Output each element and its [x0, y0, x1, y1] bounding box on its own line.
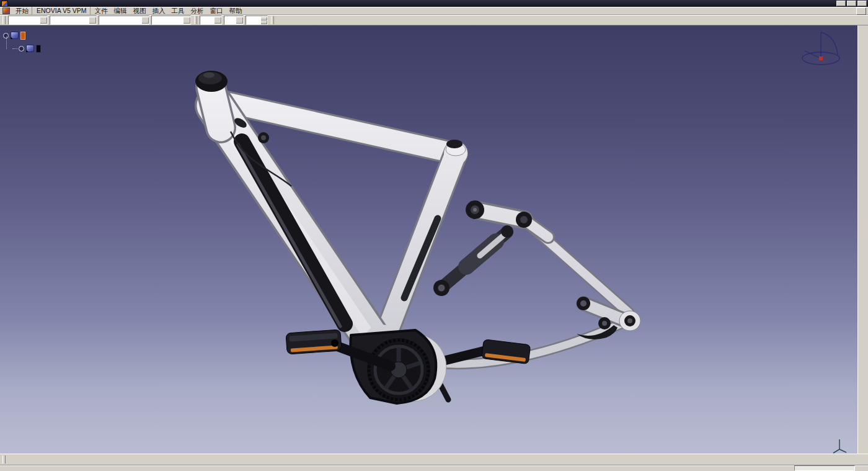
status-icon[interactable]: [858, 466, 866, 471]
workbench-icon: [2, 7, 10, 14]
specification-tree: [3, 29, 41, 55]
menu-items: 开始ENOVIA V5 VPM文件编辑视图插入工具分析窗口帮助: [12, 7, 246, 15]
chevron-down-icon[interactable]: [89, 17, 96, 24]
opacity-combo[interactable]: [50, 16, 97, 25]
power-input-field[interactable]: [794, 465, 855, 471]
chevron-down-icon[interactable]: [40, 17, 47, 24]
chevron-down-icon[interactable]: [236, 17, 243, 24]
toolbar-drag-handle[interactable]: [2, 16, 6, 24]
tree-items: [12, 42, 41, 55]
line-width-combo[interactable]: [99, 16, 149, 25]
menu-edit[interactable]: 编辑: [111, 7, 130, 15]
menu-bar: 开始ENOVIA V5 VPM文件编辑视图插入工具分析窗口帮助: [0, 7, 868, 15]
chevron-down-icon[interactable]: [214, 17, 221, 24]
line-type-combo[interactable]: [151, 16, 191, 25]
tree-root[interactable]: [3, 29, 41, 42]
tree-item-label: [36, 45, 41, 53]
status-icons: [857, 466, 866, 471]
app-icon: [1, 1, 8, 7]
maximize-button[interactable]: [847, 1, 856, 6]
bottom-toolbar-icons: [8, 455, 20, 465]
toolbar-drag-handle[interactable]: [271, 16, 274, 24]
menu-tools[interactable]: 工具: [169, 7, 188, 15]
toolbar-drag-handle[interactable]: [2, 455, 6, 464]
viewport-scene[interactable]: [0, 25, 857, 454]
spin-down-icon[interactable]: [260, 20, 267, 24]
catia-window: 开始ENOVIA V5 VPM文件编辑视图插入工具分析窗口帮助: [0, 0, 868, 471]
title-bar: [0, 0, 868, 7]
view-compass[interactable]: [802, 32, 839, 65]
close-button[interactable]: [857, 1, 867, 6]
product-icon: [11, 32, 19, 39]
tree-root-label[interactable]: [20, 32, 25, 40]
3d-viewport[interactable]: [0, 25, 857, 454]
weight-spinner[interactable]: [246, 16, 268, 25]
axis-indicator: [833, 439, 846, 453]
chevron-down-icon[interactable]: [141, 17, 149, 24]
render-style-combo[interactable]: [224, 16, 244, 25]
tree-item[interactable]: [12, 42, 41, 55]
window-controls: [836, 1, 867, 6]
color-combo[interactable]: [8, 16, 48, 25]
menu-insert[interactable]: 插入: [149, 7, 169, 15]
menu-window[interactable]: 窗口: [207, 7, 226, 15]
part-icon: [26, 45, 34, 52]
chevron-down-icon[interactable]: [183, 17, 190, 24]
menu-view[interactable]: 视图: [130, 7, 149, 15]
menu-start[interactable]: 开始: [12, 7, 32, 15]
top-toolbar-icons: [277, 16, 289, 25]
menu-enovia[interactable]: ENOVIA V5 VPM: [33, 7, 91, 15]
minimize-button[interactable]: [836, 1, 846, 6]
status-bar: [0, 465, 868, 471]
spinner-buttons: [260, 17, 267, 24]
right-toolbar: [857, 25, 868, 454]
menu-help[interactable]: 帮助: [226, 7, 246, 15]
bike-frame-model[interactable]: [195, 71, 640, 403]
top-toolbar: [0, 15, 868, 25]
menu-analyze[interactable]: 分析: [188, 7, 207, 15]
toolbar-drag-handle[interactable]: [194, 16, 197, 24]
toolbar-icon[interactable]: [9, 455, 20, 465]
expand-icon[interactable]: [19, 46, 24, 52]
document-close-button[interactable]: [856, 7, 866, 15]
point-symbol-combo[interactable]: [200, 16, 222, 25]
toolbar-icon[interactable]: [858, 28, 867, 37]
bottom-toolbar: [0, 454, 868, 465]
menu-file[interactable]: 文件: [92, 7, 111, 15]
toolbar-icon[interactable]: [277, 16, 288, 25]
